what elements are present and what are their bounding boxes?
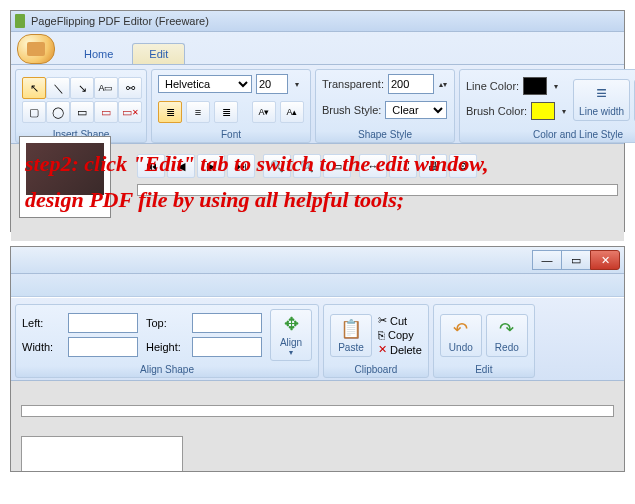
page-thumbnail[interactable]	[19, 136, 111, 218]
width-label: Width:	[22, 341, 62, 353]
close-button[interactable]: ✕	[590, 250, 620, 270]
qt-fit-width-icon[interactable]: ↔	[359, 154, 387, 178]
line-color-dropdown-icon[interactable]: ▾	[551, 82, 561, 91]
app-orb-button[interactable]	[17, 34, 55, 64]
align-right-button[interactable]: ≣	[214, 101, 238, 123]
main-window: PageFlipping PDF Editor (Freeware) Home …	[10, 10, 625, 232]
left-label: Left:	[22, 317, 62, 329]
tab-edit[interactable]: Edit	[132, 43, 185, 64]
group-label-color-line: Color and Line Style	[466, 126, 635, 140]
top-label: Top:	[146, 317, 186, 329]
group-label-align-shape: Align Shape	[22, 361, 312, 375]
brush-color-label: Brush Color:	[466, 105, 527, 117]
transparent-stepper-icon[interactable]: ▴▾	[438, 80, 448, 89]
ribbon-tab-strip	[11, 274, 624, 297]
brush-color-dropdown-icon[interactable]: ▾	[559, 107, 569, 116]
secondary-window: — ▭ ✕ Left: Width: Top: Height: ✥Align▾	[10, 246, 625, 472]
width-input[interactable]	[68, 337, 138, 357]
redo-button[interactable]: ↷Redo	[486, 314, 528, 357]
group-align-shape: Left: Width: Top: Height: ✥Align▾ Align …	[15, 304, 319, 378]
align-center-button[interactable]: ≡	[186, 101, 210, 123]
transparent-input[interactable]	[388, 74, 434, 94]
tool-ellipse[interactable]: ◯	[46, 101, 70, 123]
tab-row: Home Edit	[11, 32, 624, 64]
qt-settings-icon[interactable]: ⚙	[449, 154, 477, 178]
group-edit: ↶Undo ↷Redo Edit	[433, 304, 535, 378]
document-area-2	[11, 380, 624, 471]
brush-color-swatch[interactable]	[531, 102, 555, 120]
top-input[interactable]	[192, 313, 262, 333]
font-family-select[interactable]: Helvetica	[158, 75, 252, 93]
delete-icon: ✕	[378, 343, 387, 356]
window-controls: — ▭ ✕	[11, 247, 624, 274]
maximize-button[interactable]: ▭	[561, 250, 591, 270]
copy-icon: ⎘	[378, 329, 385, 341]
group-label-shape-style: Shape Style	[322, 126, 448, 140]
group-shape-style: Transparent: ▴▾ Brush Style: Clear Shape…	[315, 69, 455, 143]
qt-next-icon[interactable]: ▶	[197, 154, 225, 178]
line-color-label: Line Color:	[466, 80, 519, 92]
tool-roundrect[interactable]: ▢	[22, 101, 46, 123]
line-width-button[interactable]: ≡Line width	[573, 79, 630, 121]
cut-button[interactable]: ✂Cut	[378, 314, 422, 327]
scissors-icon: ✂	[378, 314, 387, 327]
line-color-swatch[interactable]	[523, 77, 547, 95]
align-left-button[interactable]: ≣	[158, 101, 182, 123]
paste-button[interactable]: 📋Paste	[330, 314, 372, 357]
group-label-clipboard: Clipboard	[330, 361, 422, 375]
ruler-2	[21, 405, 614, 417]
tab-home[interactable]: Home	[67, 43, 130, 64]
copy-button[interactable]: ⎘Copy	[378, 329, 422, 341]
font-shrink-button[interactable]: A▾	[252, 101, 276, 123]
font-size-dropdown-icon[interactable]: ▾	[292, 80, 302, 89]
brush-style-select[interactable]: Clear	[385, 101, 447, 119]
group-color-line: Line Color: ▾ Brush Color: ▾ ≡Line width…	[459, 69, 635, 143]
tool-text[interactable]: A▭	[94, 77, 118, 99]
tool-line[interactable]: ＼	[46, 77, 70, 99]
tool-rect[interactable]: ▭	[70, 101, 94, 123]
ruler	[137, 184, 618, 196]
app-icon	[15, 14, 25, 28]
group-font: Helvetica ▾ ≣ ≡ ≣ A▾ A▴ Font	[151, 69, 311, 143]
group-label-font: Font	[158, 126, 304, 140]
qt-zoom-region-icon[interactable]: ▭	[323, 154, 351, 178]
tool-link[interactable]: ⚯	[118, 77, 142, 99]
qt-fit-page-icon[interactable]: ⛶	[389, 154, 417, 178]
qt-print-icon[interactable]: 🖶	[419, 154, 447, 178]
title-bar: PageFlipping PDF Editor (Freeware)	[11, 11, 624, 32]
group-clipboard: 📋Paste ✂Cut ⎘Copy ✕Delete Clipboard	[323, 304, 429, 378]
transparent-label: Transparent:	[322, 78, 384, 90]
delete-button[interactable]: ✕Delete	[378, 343, 422, 356]
page-corner	[21, 436, 183, 471]
height-input[interactable]	[192, 337, 262, 357]
document-area: ⏮ ◀ ▶ ⏭ 🔍 🔍 ▭ ↔ ⛶ 🖶 ⚙	[11, 143, 624, 241]
qt-prev-icon[interactable]: ◀	[167, 154, 195, 178]
undo-button[interactable]: ↶Undo	[440, 314, 482, 357]
qt-zoom-in-icon[interactable]: 🔍	[263, 154, 291, 178]
app-title: PageFlipping PDF Editor (Freeware)	[31, 15, 209, 27]
left-input[interactable]	[68, 313, 138, 333]
tool-select-rect[interactable]: ▭	[94, 101, 118, 123]
qt-zoom-out-icon[interactable]: 🔍	[293, 154, 321, 178]
font-grow-button[interactable]: A▴	[280, 101, 304, 123]
qt-last-icon[interactable]: ⏭	[227, 154, 255, 178]
group-label-edit: Edit	[440, 361, 528, 375]
ribbon2: Left: Width: Top: Height: ✥Align▾ Align …	[11, 297, 624, 380]
font-size-input[interactable]	[256, 74, 288, 94]
qt-first-icon[interactable]: ⏮	[137, 154, 165, 178]
tool-pointer[interactable]: ↖	[22, 77, 46, 99]
tool-delete-shape[interactable]: ▭✕	[118, 101, 142, 123]
tool-arrow[interactable]: ↘	[70, 77, 94, 99]
quick-toolbar: ⏮ ◀ ▶ ⏭ 🔍 🔍 ▭ ↔ ⛶ 🖶 ⚙	[137, 154, 618, 178]
group-insert-shape: ↖ ＼ ↘ A▭ ⚯ ▢ ◯ ▭ ▭ ▭✕ Insert Shape	[15, 69, 147, 143]
minimize-button[interactable]: —	[532, 250, 562, 270]
ribbon: ↖ ＼ ↘ A▭ ⚯ ▢ ◯ ▭ ▭ ▭✕ Insert Shape Helve…	[11, 64, 624, 143]
height-label: Height:	[146, 341, 186, 353]
brush-style-label: Brush Style:	[322, 104, 381, 116]
align-button[interactable]: ✥Align▾	[270, 309, 312, 361]
